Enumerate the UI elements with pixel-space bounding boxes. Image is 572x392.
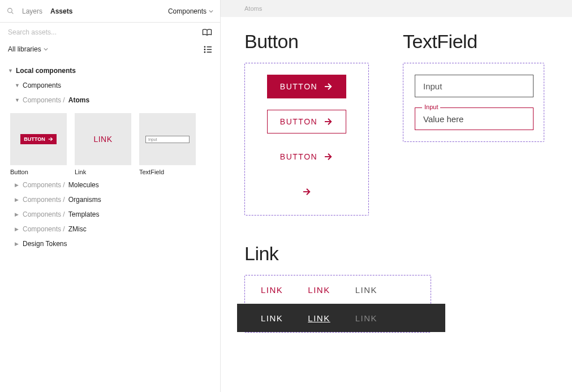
assets-sidebar: Layers Assets Components All libraries xyxy=(0,0,221,392)
asset-search-row xyxy=(0,23,220,42)
tree-prefix: Components / xyxy=(23,225,65,233)
thumb-textfield-preview: Input xyxy=(145,136,190,143)
link-hover[interactable]: LINK xyxy=(308,285,330,295)
pages-dropdown[interactable]: Components xyxy=(168,7,213,15)
svg-point-0 xyxy=(8,8,12,13)
triangle-down-icon: ▼ xyxy=(8,68,12,74)
link-default[interactable]: LINK xyxy=(261,285,283,295)
tree-zmisc[interactable]: ▶ Components / ZMisc xyxy=(0,222,220,236)
triangle-right-icon: ▶ xyxy=(15,212,19,217)
button-primary[interactable]: BUTTON xyxy=(267,75,346,98)
search-icon[interactable] xyxy=(7,7,14,15)
thumb-label: Button xyxy=(10,169,67,175)
frame-link-variants[interactable]: LINK LINK LINK LINK LINK LINK xyxy=(244,275,431,333)
triangle-right-icon: ▶ xyxy=(15,226,19,232)
library-filter-label: All libraries xyxy=(8,45,41,53)
section-title-link: Link xyxy=(244,243,548,265)
link-row-dark: LINK LINK LINK xyxy=(237,304,445,332)
asset-search-input[interactable] xyxy=(8,28,197,36)
canvas-breadcrumb-bar: Atoms xyxy=(221,0,572,17)
arrow-right-icon xyxy=(323,117,333,127)
link-dark-hover[interactable]: LINK xyxy=(308,313,330,323)
thumb-button[interactable]: BUTTON Button xyxy=(10,113,67,175)
svg-point-3 xyxy=(204,46,205,47)
tree-label: Molecules xyxy=(68,181,99,189)
tree-organisms[interactable]: ▶ Components / Organisms xyxy=(0,192,220,207)
textfield-placeholder: Input xyxy=(423,81,442,91)
thumb-link[interactable]: LINK Link xyxy=(75,113,131,175)
triangle-right-icon: ▶ xyxy=(15,197,19,203)
tree-prefix: Components / xyxy=(23,196,65,204)
section-title-textfield: TextField xyxy=(403,31,544,53)
tree-prefix: Components / xyxy=(23,96,65,104)
breadcrumb[interactable]: Atoms xyxy=(244,5,262,12)
section-link: Link LINK LINK LINK LINK LINK LINK xyxy=(244,243,548,333)
textfield-float-label: Input xyxy=(422,104,440,110)
arrow-right-icon xyxy=(48,136,53,142)
textfield-empty[interactable]: Input xyxy=(415,75,534,97)
tree-design-tokens[interactable]: ▶ Design Tokens xyxy=(0,236,220,251)
triangle-right-icon: ▶ xyxy=(15,182,19,188)
tree-label: Atoms xyxy=(68,96,89,104)
tree-molecules[interactable]: ▶ Components / Molecules xyxy=(0,178,220,192)
library-filter-row: All libraries xyxy=(0,42,220,60)
link-dark-disabled[interactable]: LINK xyxy=(355,313,377,323)
textfield-value: Value here xyxy=(423,114,463,124)
thumb-button-text: BUTTON xyxy=(24,136,45,142)
triangle-right-icon: ▶ xyxy=(15,241,19,247)
frame-textfield-variants[interactable]: Input Input Value here xyxy=(403,63,544,142)
tree-components[interactable]: ▼ Components xyxy=(0,78,220,93)
svg-line-1 xyxy=(11,12,13,14)
chevron-down-icon xyxy=(44,47,48,51)
list-view-icon[interactable] xyxy=(204,46,212,53)
arrow-right-icon xyxy=(323,81,333,92)
button-icon-only[interactable] xyxy=(298,180,315,204)
tree-templates[interactable]: ▶ Components / Templates xyxy=(0,207,220,222)
arrow-right-icon xyxy=(302,187,312,197)
frame-button-variants[interactable]: BUTTON BUTTON BUTTON xyxy=(244,63,369,216)
tree-label: ZMisc xyxy=(68,225,87,233)
button-label: BUTTON xyxy=(280,117,317,126)
section-textfield: TextField Input Input Value here xyxy=(403,31,544,142)
section-button: Button BUTTON BUTTON BUTTON xyxy=(244,31,369,216)
svg-point-7 xyxy=(204,51,205,52)
tree-label: Templates xyxy=(68,210,100,218)
panel-tabs: Layers Assets Components xyxy=(0,0,220,23)
tree-label: Components xyxy=(23,81,61,89)
tab-assets[interactable]: Assets xyxy=(50,7,72,15)
triangle-down-icon: ▼ xyxy=(15,97,19,103)
tab-layers[interactable]: Layers xyxy=(22,7,42,15)
tree-label: Organisms xyxy=(68,196,101,204)
tree-atoms[interactable]: ▼ Components / Atoms xyxy=(0,93,220,107)
textfield-filled[interactable]: Input Value here xyxy=(415,107,534,130)
pages-dropdown-label: Components xyxy=(168,7,207,15)
asset-tree: ▼ Local components ▼ Components ▼ Compon… xyxy=(0,60,220,255)
tree-label: Local components xyxy=(16,67,76,75)
link-disabled[interactable]: LINK xyxy=(355,285,377,295)
thumb-label: TextField xyxy=(139,169,196,175)
svg-point-5 xyxy=(204,49,205,49)
button-outline[interactable]: BUTTON xyxy=(267,110,346,133)
section-title-button: Button xyxy=(244,31,369,53)
button-text[interactable]: BUTTON xyxy=(267,145,346,169)
thumb-label: Link xyxy=(75,169,131,175)
tree-prefix: Components / xyxy=(23,210,65,218)
tree-prefix: Components / xyxy=(23,181,65,189)
button-label: BUTTON xyxy=(280,152,317,161)
chevron-down-icon xyxy=(209,9,213,14)
tree-local-components[interactable]: ▼ Local components xyxy=(0,63,220,78)
arrow-right-icon xyxy=(323,152,333,162)
link-dark-default[interactable]: LINK xyxy=(261,313,283,323)
link-row-light: LINK LINK LINK xyxy=(245,275,431,304)
library-filter[interactable]: All libraries xyxy=(8,45,48,53)
thumb-link-preview: LINK xyxy=(93,135,112,144)
button-label: BUTTON xyxy=(280,82,317,91)
thumb-grid: BUTTON Button LINK Link Input TextField xyxy=(0,107,220,178)
tree-label: Design Tokens xyxy=(23,240,67,248)
triangle-down-icon: ▼ xyxy=(15,83,19,88)
canvas[interactable]: Atoms Button BUTTON BUTTON BUTTON xyxy=(221,0,572,392)
thumb-textfield[interactable]: Input TextField xyxy=(139,113,196,175)
library-book-icon[interactable] xyxy=(202,28,212,36)
thumb-button-preview: BUTTON xyxy=(20,134,56,144)
